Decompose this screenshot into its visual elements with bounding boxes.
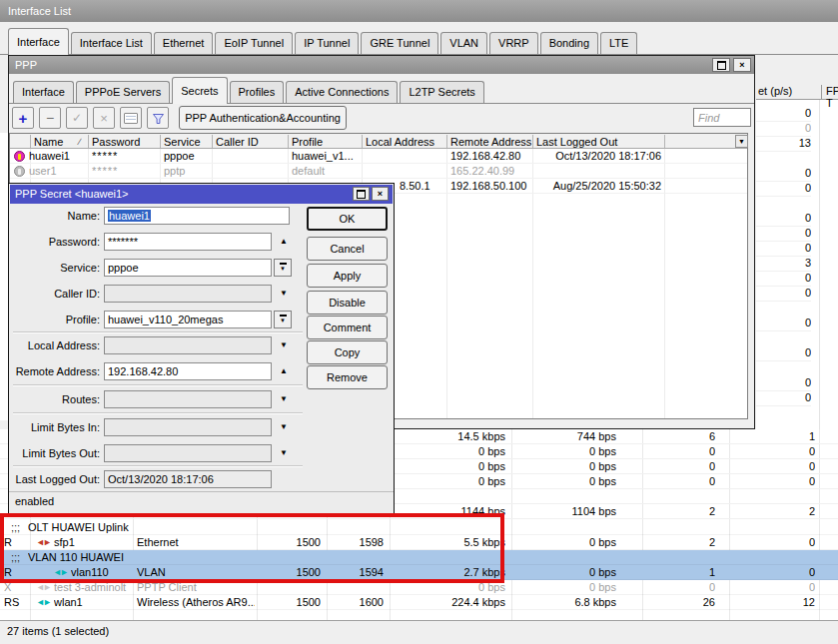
ok-button[interactable]: OK (307, 207, 388, 231)
tab-gre-tunnel[interactable]: GRE Tunnel (361, 32, 438, 54)
ppp-titlebar[interactable]: PPP (9, 56, 754, 74)
maximize-button[interactable] (712, 58, 730, 72)
local-address-field[interactable] (104, 336, 272, 354)
limit-bytes-out-down-arrow-icon[interactable]: ▼ (276, 444, 292, 462)
name-field[interactable]: huawei1 (104, 207, 290, 225)
interface-row-test-3-adminolt[interactable]: X◄►test 3-adminoltPPTP Client0 bps0 bps0… (0, 580, 838, 595)
secret-row-user1[interactable]: user1*****pptpdefault165.22.40.99 (10, 164, 747, 179)
tab-vlan[interactable]: VLAN (440, 32, 487, 54)
disable-button[interactable]: Disable (307, 291, 388, 315)
add-button[interactable]: + (12, 107, 34, 129)
ppp-secret-dialog-titlebar[interactable]: PPP Secret <huawei1> (10, 185, 393, 204)
remote-address-up-arrow-icon[interactable]: ▲ (276, 362, 292, 380)
flags: RS (4, 595, 28, 610)
password-field[interactable]: ******* (104, 233, 272, 251)
password-up-arrow-icon[interactable]: ▲ (276, 233, 292, 251)
column-header-rx-packet-label: et (p/s) (758, 85, 792, 97)
filter-button[interactable] (147, 107, 169, 129)
caller-id-down-arrow-icon[interactable]: ▼ (276, 285, 292, 303)
column-header-password[interactable]: Password (92, 135, 160, 149)
copy-button[interactable]: Copy (307, 340, 388, 364)
secret-last-logged-out: Oct/13/2020 18:17:06 (529, 149, 661, 164)
comment-button[interactable] (120, 107, 142, 129)
tab-lte[interactable]: LTE (600, 32, 637, 54)
column-header-profile[interactable]: Profile (292, 135, 362, 149)
column-header-service[interactable]: Service (164, 135, 212, 149)
remove-button[interactable]: − (39, 107, 61, 129)
interface-row-wlan1[interactable]: RS◄►wlan1Wireless (Atheros AR9...1500160… (0, 595, 838, 610)
tab-interface-list[interactable]: Interface List (71, 32, 152, 54)
cell-tx-packet: 2 (615, 504, 715, 519)
last-logged-out-field[interactable]: Oct/13/2020 18:17:06 (104, 470, 272, 488)
close-button[interactable]: × (733, 58, 751, 72)
ppp-secret-icon (14, 166, 25, 177)
service-field[interactable]: pppoe (104, 259, 272, 277)
remote-address-field[interactable]: 192.168.42.80 (104, 362, 272, 380)
column-header-last-logged-out[interactable]: Last Logged Out (536, 135, 664, 149)
interface-list-titlebar[interactable]: Interface List (0, 0, 838, 22)
droplist-icon (280, 263, 287, 265)
cell-tx: 224.4 kbps (406, 595, 505, 610)
comment-marker: ;;; (11, 550, 27, 565)
header-column-divider (446, 135, 447, 148)
routes-field[interactable] (104, 390, 272, 408)
header-column-divider (532, 135, 533, 148)
disable-button[interactable]: × (93, 107, 115, 129)
tab-ethernet[interactable]: Ethernet (154, 32, 214, 54)
ppp-tab-profiles[interactable]: Profiles (230, 81, 285, 103)
remove-button[interactable]: Remove (307, 365, 388, 389)
tab-eoip-tunnel[interactable]: EoIP Tunnel (215, 32, 293, 54)
comment-row[interactable]: ;;;OLT HUAWEI Uplink (0, 520, 838, 535)
close-icon: × (739, 61, 744, 70)
column-header-remote-address[interactable]: Remote Address (450, 135, 532, 149)
comment-button[interactable]: Comment (307, 316, 388, 339)
cell-rx: 6.8 kbps (516, 595, 616, 610)
cell-rx: 744 bps (516, 429, 616, 444)
ppp-toolbar: PPP Authentication&Accounting +−✓× (9, 104, 754, 133)
cell-tx-packet: 1 (615, 565, 715, 580)
interface-list-title: Interface List (8, 5, 71, 17)
ppp-tab-l2tp-secrets[interactable]: L2TP Secrets (400, 81, 483, 103)
limit-bytes-in-field[interactable] (104, 418, 272, 436)
dialog-maximize-button[interactable] (353, 187, 370, 201)
tab-interface[interactable]: Interface (8, 28, 69, 55)
ppp-tab-pppoe-servers[interactable]: PPPoE Servers (76, 81, 170, 103)
profile-dropdown-button[interactable]: ▼ (274, 311, 292, 328)
secret-service: pptp (164, 164, 212, 179)
local-address-down-arrow-icon[interactable]: ▼ (276, 336, 292, 354)
ppp-authentication-accounting-button[interactable]: PPP Authentication&Accounting (179, 106, 347, 130)
column-header-rx-packet[interactable]: et (p/s) FP T (756, 84, 838, 100)
secret-row-huawei1[interactable]: huawei1*****pppoehuawei_v1...192.168.42.… (10, 149, 747, 164)
header-column-divider (362, 135, 363, 148)
interface-row-vlan110[interactable]: R◄►vlan110VLAN150015942.7 kbps0 bps10 (0, 565, 838, 580)
apply-button[interactable]: Apply (307, 264, 388, 288)
enable-button[interactable]: ✓ (66, 107, 88, 129)
items-count-label: 27 items (1 selected) (7, 625, 109, 637)
find-input[interactable] (693, 108, 751, 127)
cell-rx-packet: 12 (715, 595, 815, 610)
cancel-button[interactable]: Cancel (307, 237, 388, 261)
limit-bytes-out-field[interactable] (104, 444, 272, 462)
tab-bonding[interactable]: Bonding (540, 32, 598, 54)
service-label: Service: (11, 259, 100, 277)
secret-password: ***** (92, 149, 158, 164)
cell-tx-packet (615, 489, 715, 504)
caller-id-field[interactable] (104, 285, 272, 303)
column-header-local-address[interactable]: Local Address (366, 135, 446, 149)
routes-down-arrow-icon[interactable]: ▼ (276, 390, 292, 408)
column-header-caller-id[interactable]: Caller ID (216, 135, 288, 149)
column-selector-button[interactable]: ▼ (735, 135, 748, 148)
cell-tx-packet: 0 (615, 459, 715, 474)
ppp-tab-secrets[interactable]: Secrets (172, 77, 227, 104)
ppp-tab-active-connections[interactable]: Active Connections (286, 81, 398, 103)
limit-bytes-in-down-arrow-icon[interactable]: ▼ (276, 418, 292, 436)
ppp-tab-interface[interactable]: Interface (13, 81, 74, 103)
profile-field[interactable]: huawei_v110_20megas (104, 311, 272, 328)
interface-row-sfp1[interactable]: R◄►sfp1Ethernet150015985.5 kbps0 bps20 (0, 535, 838, 550)
tab-vrrp[interactable]: VRRP (489, 32, 538, 54)
secret-password: ***** (92, 164, 158, 179)
dialog-close-button[interactable]: × (372, 187, 389, 201)
service-dropdown-button[interactable]: ▼ (274, 259, 292, 277)
tab-ip-tunnel[interactable]: IP Tunnel (295, 32, 359, 54)
comment-row[interactable]: ;;;VLAN 110 HUAWEI (0, 550, 838, 565)
